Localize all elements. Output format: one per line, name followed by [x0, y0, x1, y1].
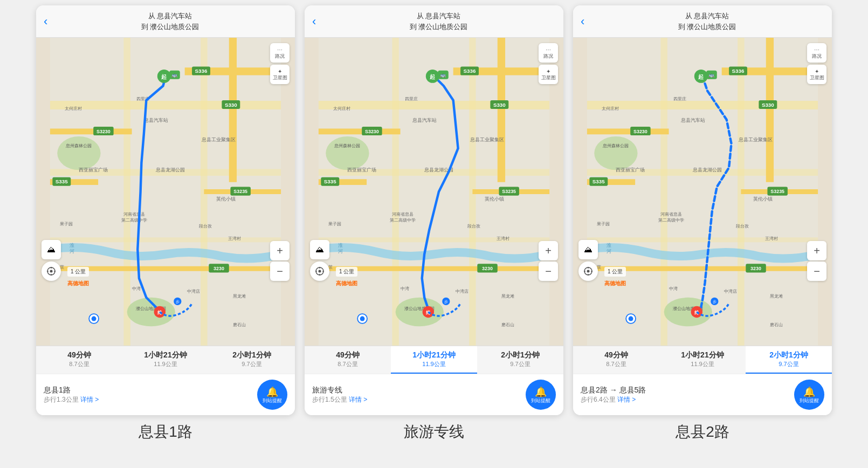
tab-time-3: 2小时1分钟 — [232, 350, 271, 360]
route-tab-2[interactable]: 1小时21分钟 11.9公里 — [391, 346, 477, 374]
svg-text:第二高级中学: 第二高级中学 — [390, 218, 416, 223]
svg-point-24 — [57, 136, 100, 170]
tab-dist-1: 8.7公里 — [337, 360, 357, 368]
traffic-button[interactable]: ⋯ 路况 — [539, 43, 558, 63]
svg-text:息县工业聚集区: 息县工业聚集区 — [738, 137, 773, 142]
svg-text:磨石山: 磨石山 — [501, 322, 514, 327]
svg-point-185 — [629, 316, 633, 321]
phone-wrapper-2: ‹ 从 息县汽车站 到 濮公山地质公园 S336 S330 — [305, 5, 563, 442]
zoom-in-button[interactable]: + — [270, 241, 290, 260]
satellite-label: 卫星图 — [810, 75, 824, 81]
svg-point-63 — [50, 270, 53, 273]
svg-text:中湾店: 中湾店 — [456, 289, 469, 294]
terrain-button[interactable]: ⛰ — [310, 240, 329, 259]
svg-text:🚌: 🚌 — [171, 72, 178, 78]
traffic-icon: ⋯ — [814, 47, 819, 53]
route-tab-3[interactable]: 2小时1分钟 9.7公里 — [209, 346, 295, 374]
zoom-out-button[interactable]: − — [807, 261, 826, 281]
route-from: 从 息县汽车站 — [53, 11, 287, 22]
route-tab-2[interactable]: 1小时21分钟 11.9公里 — [122, 346, 209, 374]
phone-header: ‹ 从 息县汽车站 到 濮公山地质公园 — [305, 5, 563, 38]
arrive-button[interactable]: 🔔 到站提醒 — [526, 380, 556, 410]
route-tab-2[interactable]: 1小时21分钟 11.9公里 — [659, 346, 746, 374]
svg-text:S330: S330 — [762, 102, 774, 108]
map-btn-group: ⋯ 路况 ✦ 卫星图 — [270, 43, 290, 84]
svg-text:果子园: 果子园 — [597, 222, 610, 226]
svg-text:S336: S336 — [464, 68, 476, 74]
svg-text:河: 河 — [338, 249, 343, 254]
route-info: 息县2路 → 息县5路 步行6.4公里 详情 > 🔔 到站提醒 — [573, 374, 832, 415]
map-area[interactable]: S336 S330 S335 S3230 3230 S3235 息州森林公园 — [36, 38, 295, 346]
svg-text:息县汽车站: 息县汽车站 — [680, 118, 705, 123]
svg-text:S3235: S3235 — [233, 189, 247, 194]
svg-text:果子园: 果子园 — [328, 222, 341, 226]
satellite-icon: ✦ — [546, 68, 550, 75]
svg-point-154 — [664, 298, 712, 327]
svg-text:中湾: 中湾 — [132, 286, 141, 291]
svg-text:S330: S330 — [493, 102, 506, 108]
svg-text:黑龙滩: 黑龙滩 — [770, 294, 783, 299]
satellite-label: 卫星图 — [541, 75, 556, 81]
back-button[interactable]: ‹ — [312, 16, 316, 27]
scale-bar: 1 公里 — [604, 267, 626, 277]
zoom-out-button[interactable]: − — [539, 261, 558, 281]
location-icon — [315, 266, 325, 276]
arrive-button[interactable]: 🔔 到站提醒 — [257, 380, 287, 410]
satellite-icon: ✦ — [278, 68, 282, 75]
traffic-button[interactable]: ⋯ 路况 — [807, 43, 826, 63]
svg-text:西亚丽宝广场: 西亚丽宝广场 — [79, 167, 108, 173]
location-button[interactable] — [42, 261, 61, 281]
location-button[interactable] — [310, 261, 329, 281]
svg-text:中湾: 中湾 — [669, 286, 678, 291]
phone-caption: 旅游专线 — [404, 422, 464, 442]
satellite-button[interactable]: ✦ 卫星图 — [270, 65, 290, 84]
traffic-label: 路况 — [543, 53, 553, 59]
map-area[interactable]: S336 S330 S335 S3230 3230 S3235 息州森林公园 — [573, 38, 832, 346]
arrive-button[interactable]: 🔔 到站提醒 — [794, 380, 824, 410]
route-tab-3[interactable]: 2小时1分钟 9.7公里 — [746, 346, 832, 374]
detail-link[interactable]: 详情 > — [349, 396, 367, 403]
walk-label: 步行1.3公里 — [44, 396, 79, 403]
route-tab-1[interactable]: 49分钟 8.7公里 — [573, 346, 659, 374]
header-title: 从 息县汽车站 到 濮公山地质公园 — [53, 11, 287, 32]
svg-point-121 — [360, 316, 365, 321]
svg-text:太何庄村: 太何庄村 — [333, 106, 350, 111]
svg-text:淮: 淮 — [338, 243, 343, 248]
zoom-group: + − — [539, 241, 558, 281]
svg-text:英伦小镇: 英伦小镇 — [753, 196, 773, 202]
svg-text:段台孜: 段台孜 — [467, 224, 480, 229]
terrain-button[interactable]: ⛰ — [578, 240, 598, 259]
location-button[interactable] — [578, 261, 598, 281]
zoom-out-button[interactable]: − — [270, 261, 290, 281]
svg-point-127 — [319, 270, 321, 273]
satellite-button[interactable]: ✦ 卫星图 — [807, 65, 826, 84]
detail-link[interactable]: 详情 > — [80, 396, 99, 403]
phone-2: ‹ 从 息县汽车站 到 濮公山地质公园 S336 S330 — [305, 5, 563, 415]
satellite-button[interactable]: ✦ 卫星图 — [539, 65, 558, 84]
traffic-icon: ⋯ — [546, 47, 551, 53]
arrive-label: 到站提醒 — [263, 398, 282, 404]
detail-link[interactable]: 详情 > — [617, 396, 636, 403]
route-tab-3[interactable]: 2小时1分钟 9.7公里 — [477, 346, 563, 374]
zoom-in-button[interactable]: + — [807, 241, 826, 260]
traffic-button[interactable]: ⋯ 路况 — [270, 43, 290, 63]
route-from: 从 息县汽车站 — [321, 11, 556, 22]
svg-text:S3235: S3235 — [502, 189, 516, 194]
back-button[interactable]: ‹ — [581, 16, 584, 27]
svg-point-88 — [326, 136, 369, 170]
svg-text:段台孜: 段台孜 — [199, 224, 212, 229]
back-button[interactable]: ‹ — [44, 16, 47, 27]
map-area[interactable]: S336 S330 S335 S3230 3230 S3235 息州森林公园 — [305, 38, 563, 346]
zoom-in-button[interactable]: + — [539, 241, 558, 260]
location-icon — [583, 266, 593, 276]
route-name: 息县2路 → 息县5路 — [581, 386, 794, 395]
route-tab-1[interactable]: 49分钟 8.7公里 — [305, 346, 391, 374]
zoom-group: + − — [807, 241, 826, 281]
svg-text:英伦小镇: 英伦小镇 — [485, 196, 504, 202]
tab-time-2: 1小时21分钟 — [144, 350, 187, 360]
terrain-button[interactable]: ⛰ — [42, 240, 61, 259]
route-tab-1[interactable]: 49分钟 8.7公里 — [36, 346, 122, 374]
svg-text:息县汽车站: 息县汽车站 — [143, 118, 168, 123]
tab-dist-3: 9.7公里 — [242, 360, 261, 368]
tab-dist-2: 11.9公里 — [691, 360, 714, 368]
